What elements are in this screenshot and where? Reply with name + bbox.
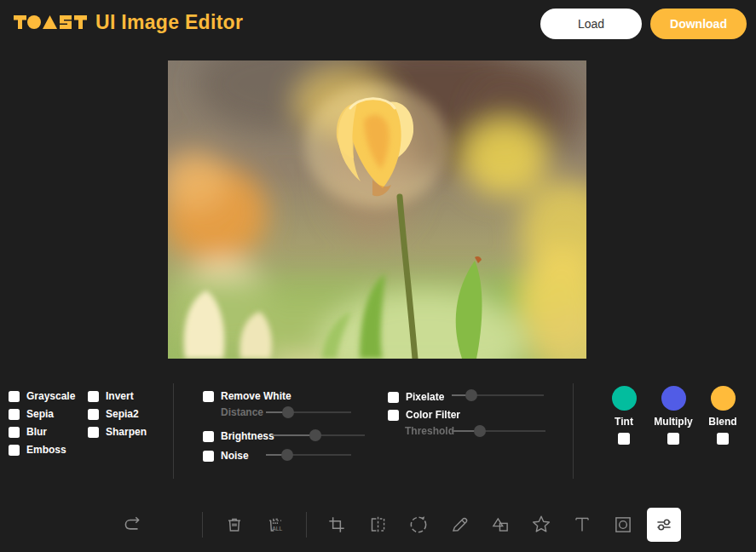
slider-handle[interactable] (465, 389, 477, 401)
filter-option-grayscale[interactable]: Grayscale (9, 390, 75, 402)
mask-button[interactable] (606, 508, 640, 542)
checkbox[interactable] (88, 427, 99, 438)
delete-icon (223, 514, 245, 536)
svg-text:ALL: ALL (272, 526, 282, 532)
tulip-photo (168, 60, 586, 359)
filter-label: Noise (221, 450, 249, 462)
filter-option-remove-white[interactable]: Remove White (203, 390, 291, 402)
panel-divider (573, 383, 574, 479)
star-icon (530, 514, 552, 536)
filter-option-sepia[interactable]: Sepia (9, 408, 54, 420)
flip-button[interactable] (361, 508, 395, 542)
multiply-color-swatch[interactable] (661, 386, 686, 411)
distance-slider[interactable] (266, 406, 351, 418)
filter-label: Blur (26, 426, 47, 438)
blend-option-multiply: Multiply (649, 386, 698, 445)
checkbox[interactable] (388, 392, 399, 403)
tint-color-swatch[interactable] (612, 386, 637, 411)
slider-handle[interactable] (281, 449, 293, 461)
filter-sliders-icon (653, 514, 675, 536)
rotate-icon (407, 514, 430, 536)
checkbox[interactable] (88, 409, 99, 420)
filter-label: Sepia (26, 408, 54, 420)
slider-handle[interactable] (282, 406, 294, 418)
checkbox[interactable] (9, 445, 20, 456)
app-logo: UI Image Editor (14, 13, 243, 32)
checkbox[interactable] (9, 409, 20, 420)
toolbar-divider (202, 512, 203, 538)
download-button[interactable]: Download (650, 9, 747, 39)
shape-icon (489, 514, 511, 536)
slider-fill (271, 434, 315, 436)
filter-label: Color Filter (406, 409, 460, 421)
text-button[interactable] (565, 508, 599, 542)
draw-button[interactable] (442, 508, 476, 542)
filter-label: Pixelate (406, 391, 444, 403)
crop-icon (326, 514, 348, 536)
mask-icon (612, 514, 634, 536)
filter-option-emboss[interactable]: Emboss (9, 444, 66, 456)
blend-color-swatch[interactable] (711, 386, 736, 411)
text-icon (571, 514, 593, 536)
filter-label: Remove White (221, 390, 291, 402)
toolbar-divider (306, 512, 307, 538)
filter-label: Invert (106, 390, 134, 402)
filter-label: Sharpen (106, 426, 147, 438)
pixelate-slider[interactable] (452, 389, 544, 401)
filter-label: Sepia2 (106, 408, 139, 420)
filter-option-blur[interactable]: Blur (9, 426, 47, 438)
filter-option-brightness[interactable]: Brightness (203, 430, 274, 442)
panel-divider (173, 383, 174, 479)
checkbox[interactable] (203, 431, 214, 442)
threshold-slider[interactable] (452, 425, 545, 437)
filter-option-sharpen[interactable]: Sharpen (88, 426, 147, 438)
checkbox[interactable] (9, 391, 20, 402)
filter-option-color-filter[interactable]: Color Filter (388, 409, 460, 421)
checkbox[interactable] (203, 391, 214, 402)
noise-slider[interactable] (266, 449, 351, 461)
tint-checkbox[interactable] (618, 433, 630, 445)
redo-button[interactable] (115, 508, 149, 542)
draw-pencil-icon (448, 514, 470, 536)
load-button[interactable]: Load (540, 9, 642, 39)
distance-label: Distance (221, 406, 263, 418)
shape-button[interactable] (483, 508, 517, 542)
slider-handle[interactable] (309, 429, 321, 441)
icon-sticker-button[interactable] (524, 508, 558, 542)
toast-logotype-icon (14, 13, 88, 32)
blend-option-blend: Blend (698, 386, 747, 445)
multiply-checkbox[interactable] (667, 433, 679, 445)
blend-option-tint: Tint (599, 386, 649, 445)
checkbox[interactable] (203, 451, 214, 462)
slider-handle[interactable] (474, 425, 486, 437)
filter-option-noise[interactable]: Noise (203, 450, 249, 462)
crop-button[interactable] (320, 508, 354, 542)
threshold-label: Threshold (405, 425, 454, 437)
flip-icon (366, 514, 389, 536)
filter-option-pixelate[interactable]: Pixelate (388, 391, 444, 403)
multiply-label: Multiply (654, 416, 692, 428)
filter-button[interactable] (647, 508, 681, 542)
redo-icon (121, 514, 143, 536)
edit-canvas-image[interactable] (168, 60, 586, 359)
delete-all-icon: ALL (264, 514, 286, 536)
blend-checkbox[interactable] (717, 433, 729, 445)
blend-label: Blend (708, 416, 736, 428)
checkbox[interactable] (9, 427, 20, 438)
delete-button[interactable] (217, 508, 251, 542)
filter-label: Emboss (26, 444, 66, 456)
filter-option-sepia2[interactable]: Sepia2 (88, 408, 139, 420)
brightness-slider[interactable] (271, 429, 365, 441)
filter-option-invert[interactable]: Invert (88, 390, 134, 402)
delete-all-button[interactable]: ALL (258, 508, 292, 542)
tint-label: Tint (615, 416, 633, 428)
filter-label: Grayscale (26, 390, 75, 402)
checkbox[interactable] (388, 410, 399, 421)
checkbox[interactable] (88, 391, 99, 402)
app-title: UI Image Editor (95, 13, 243, 32)
filter-label: Brightness (221, 430, 274, 442)
rotate-button[interactable] (401, 508, 436, 542)
